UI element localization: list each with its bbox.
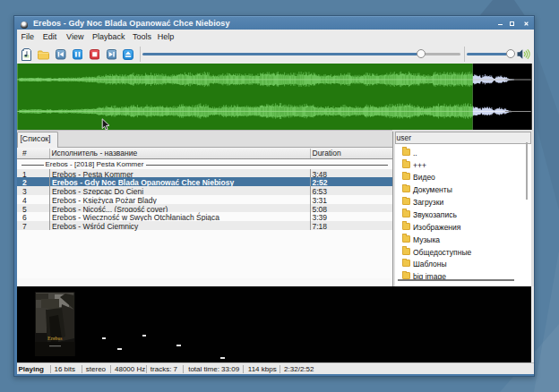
svg-text:Erebos: Erebos [47, 336, 62, 341]
